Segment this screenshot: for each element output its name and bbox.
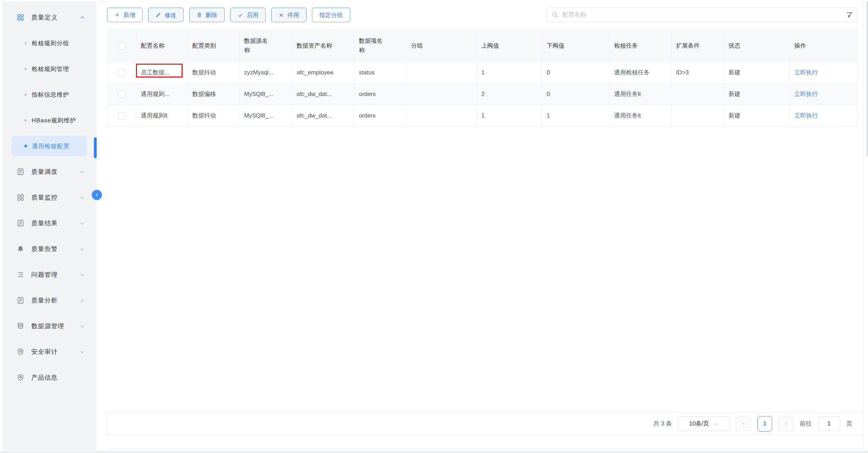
sidebar-item-label: 质量调度 bbox=[31, 168, 58, 176]
row-checkbox[interactable] bbox=[118, 112, 126, 120]
cell-asset-name: afc_employee bbox=[292, 62, 354, 83]
column-header: 上阀值 bbox=[477, 30, 542, 62]
filter-funnel-icon[interactable] bbox=[845, 11, 853, 20]
delete-button[interactable]: 删除 bbox=[189, 8, 225, 22]
document-icon bbox=[17, 297, 24, 304]
page-bottom-strip bbox=[0, 451, 868, 453]
scrollbar-thumb[interactable] bbox=[867, 2, 868, 156]
table-row: 通用规则... 数据偏移 MySQl8_... afc_dw_dat... or… bbox=[107, 83, 858, 105]
execute-now-link[interactable]: 立即执行 bbox=[794, 112, 818, 119]
table-header: 配置名称 配置类别 数据源名称 数据资产名称 数据项名称 分组 上阀值 下阀值 … bbox=[107, 30, 858, 62]
sidebar-item-quality-definition[interactable]: 质量定义 bbox=[2, 5, 97, 30]
database-icon bbox=[17, 322, 24, 330]
table-row: 员工数据... 数据抖动 zyzMysql... afc_employee st… bbox=[107, 62, 858, 83]
shield-icon bbox=[17, 348, 24, 356]
chevron-down-icon bbox=[80, 195, 85, 200]
sidebar-item-product-info[interactable]: 产品信息 bbox=[2, 365, 97, 390]
sidebar-item-label: 数据源管理 bbox=[31, 322, 64, 330]
cell-operation: 立即执行 bbox=[790, 62, 858, 83]
button-label: 指定分组 bbox=[319, 11, 343, 19]
search-icon bbox=[552, 11, 558, 20]
sidebar-item-quality-results[interactable]: 质量结果 bbox=[2, 210, 97, 236]
edit-button[interactable]: 修改 bbox=[148, 8, 184, 22]
config-table: 配置名称 配置类别 数据源名称 数据资产名称 数据项名称 分组 上阀值 下阀值 … bbox=[107, 30, 857, 127]
sidebar-item-label: 质量定义 bbox=[31, 13, 58, 22]
sidebar-item-hbase-rule[interactable]: HBase规则维护 bbox=[2, 107, 97, 133]
sidebar-item-rule-management[interactable]: 检核规则管理 bbox=[2, 56, 97, 82]
list-icon bbox=[17, 271, 24, 278]
column-header: 分组 bbox=[407, 30, 477, 62]
sidebar-item-general-check-config[interactable]: 通用检核配置 bbox=[11, 136, 87, 156]
cell-lower-threshold: 1 bbox=[542, 105, 610, 127]
grid-icon bbox=[17, 14, 24, 21]
cell-asset-name: afc_dw_dat... bbox=[292, 105, 354, 127]
row-checkbox[interactable] bbox=[118, 90, 126, 98]
sidebar-item-label: 质量分析 bbox=[31, 296, 58, 305]
table-row: 通用规则lt 数据抖动 MySQl8_... afc_dw_dat... ord… bbox=[107, 105, 858, 127]
page-size-select[interactable]: 10条/页 bbox=[678, 416, 730, 431]
cell-check-task: 通用检核任务 bbox=[610, 62, 672, 83]
row-checkbox[interactable] bbox=[118, 69, 126, 76]
sidebar-item-issue-management[interactable]: 问题管理 bbox=[2, 262, 97, 288]
cell-data-item: orders bbox=[354, 105, 407, 127]
cell-datasource: MySQl8_... bbox=[240, 83, 292, 105]
cell-check-task: 通用任务lt bbox=[610, 83, 672, 105]
pagination-bar: 共 3 条 10条/页 1 前往 页 bbox=[106, 412, 863, 435]
select-all-cell bbox=[107, 30, 136, 62]
page-unit-label: 页 bbox=[846, 420, 852, 428]
goto-page-input[interactable] bbox=[818, 416, 840, 431]
column-header: 检核任务 bbox=[610, 30, 672, 62]
chevron-down-icon bbox=[714, 422, 718, 426]
cell-config-type: 数据偏移 bbox=[188, 83, 240, 105]
cell-check-task: 通用任务lt bbox=[610, 105, 672, 127]
cell-group bbox=[407, 62, 477, 83]
pagination-total: 共 3 条 bbox=[653, 420, 672, 428]
sidebar-collapse-button[interactable] bbox=[92, 190, 102, 200]
prev-page-button[interactable] bbox=[736, 416, 751, 431]
sidebar-item-quality-alerts[interactable]: 质量告警 bbox=[2, 236, 97, 262]
search-input[interactable] bbox=[547, 8, 857, 22]
next-page-button[interactable] bbox=[778, 416, 794, 431]
main-panel: 新增 修改 删除 启用 停用 指定分组 bbox=[106, 1, 863, 449]
cell-ext-condition bbox=[672, 83, 724, 105]
badge-icon bbox=[17, 374, 24, 381]
row-select-cell bbox=[107, 105, 136, 127]
sidebar-item-label: 产品信息 bbox=[31, 373, 58, 382]
active-item-indicator bbox=[94, 137, 97, 158]
enable-button[interactable]: 启用 bbox=[230, 8, 266, 22]
button-label: 新增 bbox=[123, 11, 135, 19]
execute-now-link[interactable]: 立即执行 bbox=[794, 69, 818, 76]
bell-icon bbox=[17, 245, 24, 253]
button-label: 启用 bbox=[247, 11, 258, 19]
disable-button[interactable]: 停用 bbox=[271, 8, 306, 22]
cell-upper-threshold: 2 bbox=[477, 83, 542, 105]
sidebar-item-label: 指标信息维护 bbox=[32, 91, 69, 99]
sidebar-item-datasource-management[interactable]: 数据源管理 bbox=[2, 313, 97, 339]
cell-group bbox=[407, 105, 477, 127]
sidebar-item-label: 检核规则分组 bbox=[32, 39, 69, 47]
sidebar-item-quality-analysis[interactable]: 质量分析 bbox=[2, 288, 97, 313]
execute-now-link[interactable]: 立即执行 bbox=[794, 91, 818, 97]
bullet-icon bbox=[24, 145, 27, 147]
cell-status: 新建 bbox=[724, 62, 790, 83]
assign-group-button[interactable]: 指定分组 bbox=[312, 8, 350, 22]
close-icon bbox=[279, 13, 284, 18]
cell-lower-threshold: 0 bbox=[542, 62, 610, 83]
select-all-checkbox[interactable] bbox=[118, 42, 126, 50]
sidebar: 质量定义 检核规则分组 检核规则管理 指标信息维护 HBase规则维护 通用检核… bbox=[2, 2, 97, 450]
current-page-label: 1 bbox=[763, 420, 766, 427]
cell-status: 新建 bbox=[724, 105, 790, 127]
row-select-cell bbox=[107, 83, 136, 105]
sidebar-item-quality-scheduling[interactable]: 质量调度 bbox=[2, 159, 97, 185]
page-number-button[interactable]: 1 bbox=[757, 416, 772, 431]
sidebar-item-security-audit[interactable]: 安全审计 bbox=[2, 339, 97, 365]
sidebar-item-indicator-maintenance[interactable]: 指标信息维护 bbox=[2, 82, 97, 107]
sidebar-item-quality-monitoring[interactable]: 质量监控 bbox=[2, 185, 97, 210]
sidebar-item-label: 安全审计 bbox=[31, 348, 58, 356]
bullet-icon bbox=[24, 42, 27, 45]
check-icon bbox=[238, 12, 243, 18]
sidebar-item-rule-group[interactable]: 检核规则分组 bbox=[2, 30, 97, 56]
add-button[interactable]: 新增 bbox=[107, 8, 143, 22]
document-icon bbox=[17, 168, 24, 176]
row-select-cell bbox=[107, 62, 136, 83]
